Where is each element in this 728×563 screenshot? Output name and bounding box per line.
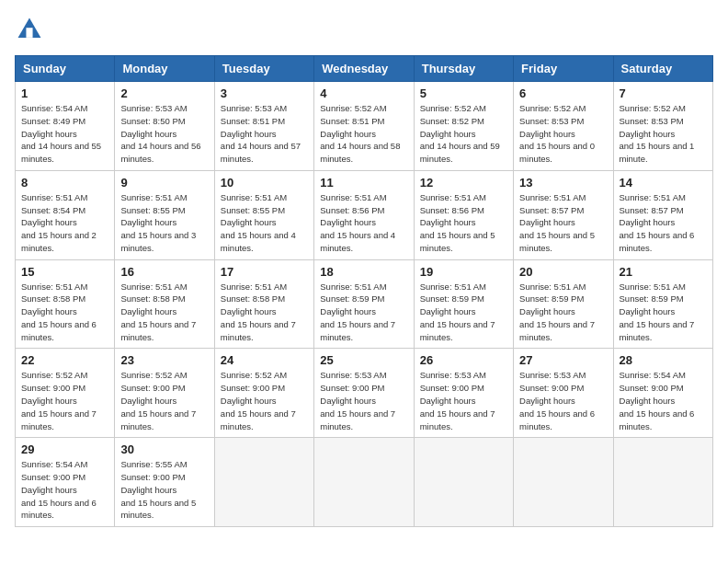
calendar-cell	[514, 438, 613, 527]
day-number: 2	[120, 86, 208, 100]
weekday-header: Tuesday	[214, 56, 313, 82]
calendar-cell: 26Sunrise: 5:53 AMSunset: 9:00 PMDayligh…	[414, 349, 513, 438]
calendar-cell: 21Sunrise: 5:51 AMSunset: 8:59 PMDayligh…	[613, 259, 712, 349]
day-number: 4	[320, 86, 407, 100]
day-info: Sunrise: 5:51 AMSunset: 8:59 PMDaylight …	[519, 281, 607, 344]
calendar-week: 1Sunrise: 5:54 AMSunset: 8:49 PMDaylight…	[16, 82, 713, 171]
calendar-cell: 20Sunrise: 5:51 AMSunset: 8:59 PMDayligh…	[514, 259, 613, 349]
calendar-header-row: SundayMondayTuesdayWednesdayThursdayFrid…	[16, 56, 713, 82]
day-info: Sunrise: 5:51 AMSunset: 8:56 PMDaylight …	[320, 191, 407, 255]
day-info: Sunrise: 5:51 AMSunset: 8:58 PMDaylight …	[21, 281, 108, 344]
day-number: 20	[519, 265, 607, 279]
calendar-cell: 11Sunrise: 5:51 AMSunset: 8:56 PMDayligh…	[314, 170, 414, 259]
day-info: Sunrise: 5:51 AMSunset: 8:54 PMDaylight …	[21, 191, 108, 255]
day-info: Sunrise: 5:51 AMSunset: 8:59 PMDaylight …	[420, 281, 507, 344]
calendar-week: 15Sunrise: 5:51 AMSunset: 8:58 PMDayligh…	[16, 259, 713, 349]
day-info: Sunrise: 5:53 AMSunset: 9:00 PMDaylight …	[320, 369, 407, 432]
calendar-cell: 25Sunrise: 5:53 AMSunset: 9:00 PMDayligh…	[314, 349, 414, 438]
weekday-header: Monday	[115, 56, 214, 82]
calendar: SundayMondayTuesdayWednesdayThursdayFrid…	[15, 55, 713, 527]
calendar-cell	[214, 438, 313, 527]
day-info: Sunrise: 5:54 AMSunset: 9:00 PMDaylight …	[21, 458, 108, 522]
day-info: Sunrise: 5:52 AMSunset: 8:51 PMDaylight …	[320, 102, 407, 166]
day-info: Sunrise: 5:52 AMSunset: 9:00 PMDaylight …	[221, 369, 308, 432]
day-number: 14	[620, 176, 707, 190]
calendar-body: 1Sunrise: 5:54 AMSunset: 8:49 PMDaylight…	[16, 82, 713, 527]
day-number: 7	[620, 86, 707, 100]
day-info: Sunrise: 5:55 AMSunset: 9:00 PMDaylight …	[120, 458, 208, 522]
day-info: Sunrise: 5:51 AMSunset: 8:58 PMDaylight …	[221, 281, 308, 344]
calendar-cell	[314, 438, 414, 527]
weekday-header: Thursday	[414, 56, 513, 82]
day-info: Sunrise: 5:51 AMSunset: 8:55 PMDaylight …	[221, 191, 308, 255]
day-number: 21	[620, 265, 707, 279]
calendar-cell: 2Sunrise: 5:53 AMSunset: 8:50 PMDaylight…	[115, 82, 214, 171]
calendar-cell: 9Sunrise: 5:51 AMSunset: 8:55 PMDaylight…	[115, 170, 214, 259]
day-info: Sunrise: 5:52 AMSunset: 9:00 PMDaylight …	[120, 369, 208, 432]
day-info: Sunrise: 5:53 AMSunset: 8:51 PMDaylight …	[221, 102, 308, 166]
day-info: Sunrise: 5:51 AMSunset: 8:57 PMDaylight …	[620, 191, 707, 255]
day-number: 8	[21, 176, 108, 190]
calendar-cell: 10Sunrise: 5:51 AMSunset: 8:55 PMDayligh…	[214, 170, 313, 259]
day-number: 17	[221, 265, 308, 279]
day-number: 9	[120, 176, 208, 190]
calendar-cell: 6Sunrise: 5:52 AMSunset: 8:53 PMDaylight…	[514, 82, 613, 171]
weekday-header: Friday	[514, 56, 613, 82]
calendar-week: 29Sunrise: 5:54 AMSunset: 9:00 PMDayligh…	[16, 438, 713, 527]
day-info: Sunrise: 5:51 AMSunset: 8:56 PMDaylight …	[420, 191, 507, 255]
calendar-cell	[613, 438, 712, 527]
calendar-cell: 23Sunrise: 5:52 AMSunset: 9:00 PMDayligh…	[115, 349, 214, 438]
day-number: 26	[420, 353, 507, 367]
calendar-cell: 22Sunrise: 5:52 AMSunset: 9:00 PMDayligh…	[16, 349, 115, 438]
calendar-cell: 3Sunrise: 5:53 AMSunset: 8:51 PMDaylight…	[214, 82, 313, 171]
calendar-cell: 19Sunrise: 5:51 AMSunset: 8:59 PMDayligh…	[414, 259, 513, 349]
day-info: Sunrise: 5:52 AMSunset: 9:00 PMDaylight …	[21, 369, 108, 432]
day-info: Sunrise: 5:54 AMSunset: 9:00 PMDaylight …	[620, 369, 707, 432]
day-info: Sunrise: 5:51 AMSunset: 8:58 PMDaylight …	[120, 281, 208, 344]
day-number: 6	[519, 86, 607, 100]
day-info: Sunrise: 5:53 AMSunset: 9:00 PMDaylight …	[519, 369, 607, 432]
logo-icon	[15, 15, 44, 44]
day-number: 30	[120, 442, 208, 456]
calendar-cell: 7Sunrise: 5:52 AMSunset: 8:53 PMDaylight…	[613, 82, 712, 171]
page-header	[15, 15, 713, 44]
calendar-cell: 12Sunrise: 5:51 AMSunset: 8:56 PMDayligh…	[414, 170, 513, 259]
svg-rect-1	[26, 28, 32, 38]
calendar-cell: 24Sunrise: 5:52 AMSunset: 9:00 PMDayligh…	[214, 349, 313, 438]
day-number: 11	[320, 176, 407, 190]
calendar-cell: 29Sunrise: 5:54 AMSunset: 9:00 PMDayligh…	[16, 438, 115, 527]
day-number: 28	[620, 353, 707, 367]
day-info: Sunrise: 5:52 AMSunset: 8:53 PMDaylight …	[620, 102, 707, 166]
day-number: 19	[420, 265, 507, 279]
day-info: Sunrise: 5:51 AMSunset: 8:55 PMDaylight …	[120, 191, 208, 255]
calendar-cell: 27Sunrise: 5:53 AMSunset: 9:00 PMDayligh…	[514, 349, 613, 438]
day-info: Sunrise: 5:52 AMSunset: 8:52 PMDaylight …	[420, 102, 507, 166]
day-number: 13	[519, 176, 607, 190]
calendar-cell: 28Sunrise: 5:54 AMSunset: 9:00 PMDayligh…	[613, 349, 712, 438]
calendar-cell: 1Sunrise: 5:54 AMSunset: 8:49 PMDaylight…	[16, 82, 115, 171]
day-number: 10	[221, 176, 308, 190]
calendar-cell: 30Sunrise: 5:55 AMSunset: 9:00 PMDayligh…	[115, 438, 214, 527]
weekday-header: Wednesday	[314, 56, 414, 82]
day-number: 18	[320, 265, 407, 279]
logo	[15, 15, 48, 44]
day-info: Sunrise: 5:51 AMSunset: 8:59 PMDaylight …	[320, 281, 407, 344]
day-number: 16	[120, 265, 208, 279]
day-info: Sunrise: 5:52 AMSunset: 8:53 PMDaylight …	[519, 102, 607, 166]
day-info: Sunrise: 5:54 AMSunset: 8:49 PMDaylight …	[21, 102, 108, 166]
calendar-cell: 16Sunrise: 5:51 AMSunset: 8:58 PMDayligh…	[115, 259, 214, 349]
day-number: 27	[519, 353, 607, 367]
calendar-cell: 13Sunrise: 5:51 AMSunset: 8:57 PMDayligh…	[514, 170, 613, 259]
day-number: 5	[420, 86, 507, 100]
day-number: 23	[120, 353, 208, 367]
day-number: 22	[21, 353, 108, 367]
calendar-cell: 17Sunrise: 5:51 AMSunset: 8:58 PMDayligh…	[214, 259, 313, 349]
day-number: 24	[221, 353, 308, 367]
day-info: Sunrise: 5:51 AMSunset: 8:57 PMDaylight …	[519, 191, 607, 255]
calendar-week: 22Sunrise: 5:52 AMSunset: 9:00 PMDayligh…	[16, 349, 713, 438]
day-number: 1	[21, 86, 108, 100]
weekday-header: Sunday	[16, 56, 115, 82]
calendar-cell: 15Sunrise: 5:51 AMSunset: 8:58 PMDayligh…	[16, 259, 115, 349]
day-number: 12	[420, 176, 507, 190]
calendar-week: 8Sunrise: 5:51 AMSunset: 8:54 PMDaylight…	[16, 170, 713, 259]
